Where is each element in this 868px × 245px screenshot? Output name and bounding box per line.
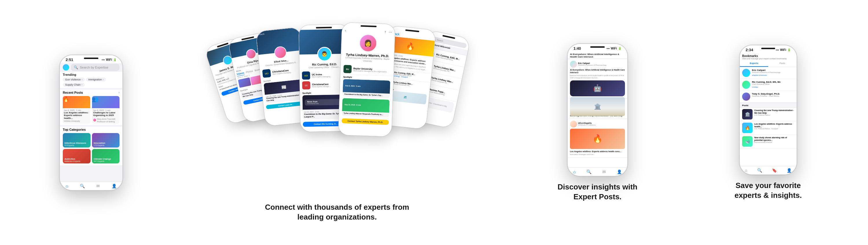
bk-nav-home[interactable]: ⌂ [745, 168, 747, 173]
profile-icon: 👤 [112, 184, 117, 188]
contact-tyrha-button[interactable]: Contact Tyrha Lindsey-Warren, Ph.D. [342, 118, 389, 125]
bookmark-avatar-1 [742, 69, 750, 77]
insights-nav-search[interactable]: 🔍 [587, 170, 591, 174]
cc-logo: CC [302, 81, 310, 89]
bookmark-item-1[interactable]: Eric Calipari Assistant Professor of Pha… [740, 67, 797, 79]
share-icon-5[interactable]: ↑ [384, 30, 386, 34]
news-item-1[interactable]: 🏛️ Covering the new Trump Administration… [740, 108, 797, 121]
news-sub-2: U.S. Political Politics · Instapoll [754, 128, 794, 130]
feed-item-trump[interactable]: 🏛️ Covering the new Trump Administration… [568, 98, 627, 119]
chevron-icon: › [82, 78, 83, 81]
feed-author-wildfire: UCLA Experts [578, 122, 595, 124]
back-arrow-5[interactable]: ‹ [345, 28, 346, 32]
main-scene: 2:51 ▪▪▪ WiFi 🔋 🔍 Search by Expertise [0, 0, 868, 245]
category-addiction[interactable]: Addiction Addiction Experts [63, 149, 91, 163]
post-image-1: 🔥 [63, 96, 90, 108]
recent-posts-more[interactable]: › [119, 91, 120, 94]
spotlight-title-5b: Tyrha Lindsey-Warren Responds Positively… [344, 112, 388, 116]
insights-nav-messages[interactable]: ✉ [602, 170, 606, 174]
bottom-nav: ⌂ 🔍 ✉ 👤 [60, 182, 122, 190]
spotlight-img-5b: Sep 13, 2019 · 6 min [342, 98, 390, 113]
feed-item-1[interactable]: Eric Calipari Assistant Professor of Pha… [568, 59, 627, 98]
news-item-3[interactable]: 🐋 New study shows alarming rate of poten… [740, 135, 797, 148]
post-card-1[interactable]: 🔥 Jan 8, 2025 · 1 min Los Angeles wildfi… [63, 96, 90, 124]
bk-nav-bookmarks[interactable]: 🔖 [772, 168, 777, 173]
uci-logo-2: UCI [302, 71, 310, 80]
wifi-icon-insights: WiFi [611, 47, 617, 50]
bookmark-item-3[interactable]: Toby S. Daly-Engel, Ph.D. Associate Prof… [740, 91, 797, 103]
post-date-2: Jan 8, 2025 · 1 min [93, 109, 118, 111]
messages-icon: ✉ [96, 184, 100, 188]
phone-group-main: 2:51 ▪▪▪ WiFi 🔋 🔍 Search by Expertise [59, 55, 123, 191]
post-university-1: Hofstra University [64, 120, 89, 122]
search-icon: 🔍 [74, 65, 78, 69]
spotlight-label-5: Spotlight [343, 76, 390, 80]
bookmarks-tab-experts[interactable]: Experts [740, 60, 768, 67]
saved-posts-label: Posts [742, 104, 794, 107]
bookmark-avatar-3 [742, 93, 750, 101]
bookmarks-label-text: Save your favorite experts & insights. [735, 181, 802, 200]
bookmarks-tab-posts[interactable]: Posts [768, 60, 797, 67]
post-title-1: Los Angeles wildfires: Experts address h… [64, 111, 89, 120]
bookmark-item-2[interactable]: Ric Cuming, Ed.D, MS, Mc Chief Operating… [740, 79, 797, 91]
search-bar[interactable]: 🔍 Search by Expertise [71, 64, 120, 71]
recent-posts-title: Recent Posts [63, 91, 83, 94]
back-btn-3[interactable]: ‹ Back [258, 33, 265, 36]
spotlight-text-5a: Feb 9, 2024 · 5 min [345, 85, 361, 87]
bk-role-3: Associate Professor - Shark Biolog... [752, 95, 780, 97]
feed-item-wildfire[interactable]: UCLA Experts University of California 🔥 … [568, 119, 627, 158]
bk-role-2: Chief Operating Officer [752, 83, 781, 86]
insights-label-text: Discover insights with Expert Posts. [558, 183, 638, 201]
trump-post-image: 🏛️ [570, 100, 625, 113]
insights-nav-profile[interactable]: 👤 [617, 170, 622, 174]
post-card-2[interactable]: 👥 Jan 8, 2025 · 1 min Challenges to Labo… [92, 96, 120, 124]
bk-nav-search[interactable]: 🔍 [757, 168, 762, 173]
feed-author-name-1: Eric Calipari [578, 62, 607, 64]
phone-group-insights: 1:40 ▪▪▪ WiFi 🔋 AI Everywhere: When Arti… [551, 43, 644, 202]
chevron-icon: › [82, 83, 83, 86]
news-item-2[interactable]: 🔥 Los Angeles wildfires: Experts address… [740, 121, 797, 135]
chevron-icon: › [103, 78, 103, 81]
trending-title: Trending [63, 73, 120, 76]
spotlight-title-5a: Countdown to the Big Game: Dr. Tyrha's T… [344, 93, 388, 97]
post-title-2: Challenges to Labor Organizing in 2025 [93, 111, 118, 117]
category-count-infectious: 63 Experts [64, 144, 89, 146]
category-count-climate: 347 Experts [94, 160, 118, 162]
wildfire-post-title: Los Angeles wildfires: Experts address h… [570, 150, 625, 153]
bookmarks-subtitle: View and manage your expert contact book… [742, 58, 794, 60]
nav-messages[interactable]: ✉ [96, 184, 100, 188]
wifi-icon: WiFi [106, 58, 112, 61]
tag-gun-violence[interactable]: Gun Violence › [63, 78, 85, 82]
bookmarks-header-title: Bookmarks [742, 54, 794, 58]
category-infectious[interactable]: Infectious Diseases 63 Experts [63, 133, 91, 148]
news-sub-1: U.S. Political Politics [754, 114, 794, 116]
media-thumb-1[interactable] [238, 78, 251, 88]
tag-immigration[interactable]: Immigration › [86, 78, 106, 82]
category-innovation[interactable]: Innovation 172 Experts [92, 133, 120, 148]
battery-icon-insights: 🔋 [618, 47, 621, 50]
trending-section: Trending Gun Violence › Immigration › Su… [60, 72, 122, 88]
time: 2:51 [66, 58, 73, 62]
nav-home[interactable]: ⌂ [66, 184, 68, 188]
category-name-infectious: Infectious Diseases [64, 142, 89, 144]
signal-icon: ▪▪▪ [101, 58, 105, 61]
feed-post-title-1: AI Everywhere: When Artificial Intellige… [570, 68, 625, 74]
news-thumb-3: 🐋 [742, 136, 752, 147]
search-icon-insights-nav: 🔍 [587, 170, 591, 174]
insights-nav-home[interactable]: ⌂ [573, 170, 576, 174]
phone-group-cluster: James E. Malack... Founder and Senior Ma… [207, 23, 467, 222]
bk-nav-profile[interactable]: 👤 [787, 168, 792, 173]
uci-logo: UCI [262, 69, 271, 78]
nav-search[interactable]: 🔍 [80, 184, 85, 188]
insights-status-icons: ▪▪▪ WiFi 🔋 [607, 47, 621, 50]
bk-name-1: Eric Calipari [752, 69, 780, 71]
category-climate[interactable]: Climate Change 347 Experts [92, 149, 120, 163]
battery-icon: 🔋 [113, 58, 117, 61]
bookmarks-bottom-nav: ⌂ 🔍 🔖 👤 [740, 166, 797, 175]
more-icon-5[interactable]: ⋯ [389, 30, 392, 34]
messages-icon-insights: ✉ [602, 170, 606, 174]
tag-supply-chain[interactable]: Supply Chain › [63, 83, 85, 87]
search-placeholder: Search by Expertise [80, 66, 108, 69]
top-categories-section: Top Categories Infectious Diseases 63 Ex… [60, 127, 122, 165]
nav-profile[interactable]: 👤 [112, 184, 117, 188]
